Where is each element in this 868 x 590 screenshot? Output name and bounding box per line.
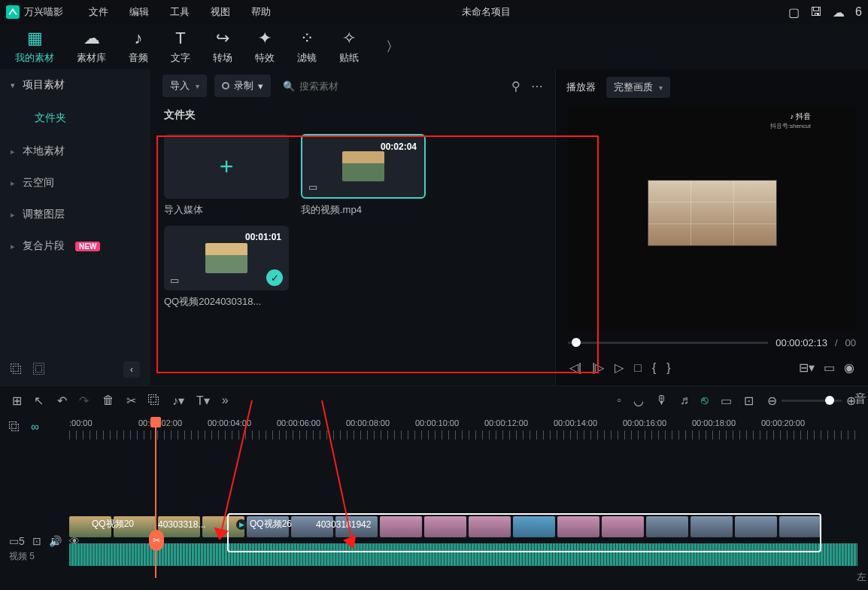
tab-text[interactable]: T文字 — [171, 29, 190, 65]
more-icon[interactable]: ⋯ — [531, 79, 543, 93]
grid-icon[interactable]: ⊞ — [12, 394, 22, 408]
sidebar-folder[interactable]: 文件夹 — [0, 101, 150, 135]
track-mute-icon[interactable]: 🔊 — [49, 535, 62, 547]
quality-select[interactable]: 完整画质▾ — [606, 77, 670, 98]
playhead[interactable] — [150, 417, 161, 427]
settings-icon[interactable]: ⊟▾ — [799, 360, 815, 375]
new-folder-icon[interactable]: ⿻ — [11, 363, 23, 376]
search-icon: 🔍 — [283, 81, 295, 92]
new-bin-icon[interactable]: ⿴ — [33, 363, 45, 376]
cut-icon[interactable]: ✂ — [126, 394, 136, 408]
media-clip[interactable]: 00:01:01 ▭ ✓ — [164, 226, 289, 290]
quality-label: 完整画质 — [614, 81, 653, 94]
tab-audio[interactable]: ♪音频 — [129, 29, 148, 65]
save-icon[interactable]: 🖫 — [810, 5, 822, 19]
menu-tools[interactable]: 工具 — [170, 5, 190, 19]
time-slider[interactable] — [568, 342, 768, 344]
tab-label: 文字 — [171, 51, 190, 65]
search-input[interactable] — [299, 81, 390, 92]
split-icon[interactable]: ⎋ — [701, 394, 709, 408]
chevron-right-icon: ▸ — [11, 147, 15, 157]
sidebar-item-compound[interactable]: ▸复合片段NEW — [0, 230, 150, 262]
menu-view[interactable]: 视图 — [211, 5, 230, 19]
record-dropdown[interactable]: 录制▾ — [214, 75, 271, 97]
preview-canvas[interactable]: ♪ 抖音 抖音号:shencut — [568, 105, 856, 330]
track-icon[interactable]: ▭5 — [9, 535, 25, 547]
filter-icon[interactable]: ⚲ — [511, 79, 520, 93]
tab-effects[interactable]: ✦特效 — [255, 29, 275, 65]
mark-in-icon[interactable]: { — [652, 361, 656, 375]
tab-label: 贴纸 — [339, 51, 359, 65]
play-icon[interactable]: ▷ — [615, 360, 624, 375]
zoom-knob[interactable] — [825, 396, 834, 405]
category-tabs: ▦我的素材 ☁素材库 ♪音频 T文字 ↪转场 ✦特效 ⁘滤镜 ✧贴纸 〉 — [0, 24, 868, 69]
tab-label: 特效 — [255, 51, 275, 65]
sidebar-header[interactable]: ▾项目素材 — [0, 69, 150, 101]
text-icon[interactable]: T▾ — [196, 394, 210, 408]
play-icon: ▶ — [236, 519, 247, 530]
media-toolbar-right: ⚲ ⋯ — [511, 79, 543, 93]
more-tools-icon[interactable]: » — [222, 394, 229, 408]
track-lock-icon[interactable]: ⊡ — [32, 535, 41, 547]
media-toolbar: 导入▾ 录制▾ 🔍 ⚲ ⋯ — [156, 69, 549, 102]
tracks-area[interactable]: QQ视频2040303318... ▶QQ视频2640303181942 ✂ — [69, 449, 857, 588]
marker-icon[interactable]: ◡ — [633, 394, 644, 408]
ruler-tick: 00:00:08:00 — [346, 418, 390, 427]
chevron-right-icon: ▸ — [11, 210, 15, 220]
tabs-more-icon[interactable]: 〉 — [386, 38, 399, 56]
import-media-button[interactable]: + — [164, 134, 289, 199]
compare-icon[interactable]: ▭ — [824, 360, 835, 375]
layout-icon[interactable]: ▢ — [788, 5, 800, 20]
player-tab[interactable]: 播放器 — [566, 81, 596, 94]
render-icon[interactable]: ▭ — [721, 394, 732, 408]
menu-file[interactable]: 文件 — [89, 5, 108, 19]
audio-icon[interactable]: ♬ — [680, 394, 689, 408]
mic-icon[interactable]: 🎙 — [656, 394, 668, 408]
title-right: ▢ 🖫 ☁ 6 — [788, 5, 862, 20]
menu-edit[interactable]: 编辑 — [129, 5, 149, 19]
slider-knob[interactable] — [572, 338, 581, 347]
sticker-icon: ✧ — [342, 29, 356, 48]
next-frame-icon[interactable]: |▷ — [592, 360, 604, 375]
cloud-icon[interactable]: ☁ — [833, 5, 845, 20]
sidebar-item-local[interactable]: ▸本地素材 — [0, 135, 150, 167]
link-icon[interactable]: ∞ — [31, 420, 39, 433]
tab-my-media[interactable]: ▦我的素材 — [15, 29, 54, 65]
tab-sticker[interactable]: ✧贴纸 — [339, 29, 359, 65]
prev-frame-icon[interactable]: ◁| — [569, 360, 581, 375]
lock-icon[interactable]: ⿻ — [9, 420, 20, 433]
time-ruler[interactable]: :00:00 00:00:02:00 00:00:04:00 00:00:06:… — [69, 418, 857, 446]
sidebar-item-cloud[interactable]: ▸云空间 — [0, 167, 150, 199]
undo-icon[interactable]: ↶ — [57, 394, 67, 408]
zoom-out-icon[interactable]: ⊖ — [767, 394, 777, 408]
tab-transition[interactable]: ↪转场 — [213, 29, 232, 65]
zoom-slider[interactable] — [782, 400, 842, 402]
keyframe-icon[interactable]: ◦ — [617, 394, 621, 408]
import-label: 导入媒体 — [164, 199, 289, 217]
more-icon[interactable]: 6 — [855, 5, 862, 19]
select-icon[interactable]: ↖ — [34, 394, 44, 408]
redo-icon[interactable]: ↷ — [79, 394, 89, 408]
stop-icon[interactable]: □ — [634, 361, 642, 375]
tab-library[interactable]: ☁素材库 — [77, 29, 106, 65]
watermark: ♪ 抖音 — [790, 111, 811, 122]
chevron-right-icon: ▸ — [11, 242, 15, 251]
snapshot-icon[interactable]: ◉ — [844, 360, 854, 375]
import-dropdown[interactable]: 导入▾ — [162, 75, 207, 97]
track-eye-icon[interactable]: 👁 — [69, 535, 80, 547]
export-icon[interactable]: ⊡ — [744, 394, 754, 408]
ruler-tick: :00:00 — [69, 418, 93, 427]
track-controls: ▭5 ⊡ 🔊 👁 — [0, 437, 69, 547]
tab-label: 素材库 — [77, 51, 106, 65]
crop-icon[interactable]: ⿻ — [148, 394, 160, 408]
mark-out-icon[interactable]: } — [666, 361, 670, 375]
cut-handle[interactable]: ✂ — [149, 530, 164, 551]
media-clip[interactable]: 00:02:04 ▭ — [301, 134, 426, 199]
menu-help[interactable]: 帮助 — [251, 5, 271, 19]
sidebar-item-adjust[interactable]: ▸调整图层 — [0, 199, 150, 230]
tab-filter[interactable]: ⁘滤镜 — [297, 29, 317, 65]
collapse-sidebar-icon[interactable]: ‹ — [123, 361, 140, 378]
speed-icon[interactable]: ♪▾ — [172, 394, 184, 408]
delete-icon[interactable]: 🗑 — [102, 394, 114, 408]
ruler-tick: 00:00:10:00 — [415, 418, 459, 427]
